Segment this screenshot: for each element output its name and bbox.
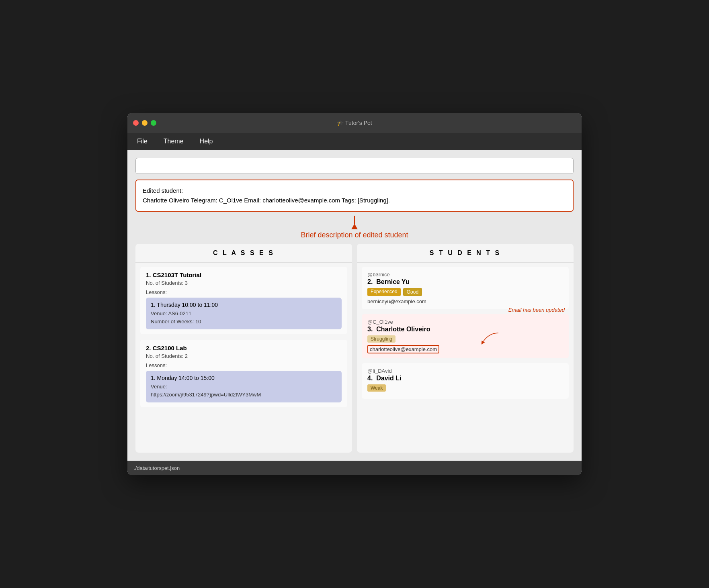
lesson-card-1-1: 1. Thursday 10:00 to 11:00 Venue: AS6-02… xyxy=(146,298,342,329)
student-tags-2: Struggling xyxy=(367,335,563,343)
result-line1: Edited student: xyxy=(143,186,566,196)
classes-body[interactable]: 1. CS2103T Tutorial No. of Students: 3 L… xyxy=(135,263,352,453)
class-students-1: No. of Students: 3 xyxy=(146,280,342,286)
menu-bar: File Theme Help xyxy=(127,133,582,150)
result-line2: Charlotte Oliveiro Telegram: C_Ol1ve Ema… xyxy=(143,196,566,205)
student-email-1: berniceyu@example.com xyxy=(367,298,563,304)
tag-good-1: Good xyxy=(403,288,422,296)
annotation-arrow xyxy=(476,331,500,347)
two-panel: C L A S S E S 1. CS2103T Tutorial No. of… xyxy=(135,244,574,453)
status-text: ./data/tutorspet.json xyxy=(134,465,180,471)
lesson-venue-url-2-1: https://zoom/j/95317249?)pwd=Ulld2tWY3Mw… xyxy=(151,391,337,399)
students-body[interactable]: @b3rnice 2. Bernice Yu Experienced Good … xyxy=(357,263,574,453)
title-bar: 🎓 Tutor's Pet xyxy=(127,113,582,133)
app-window: 🎓 Tutor's Pet File Theme Help Edited stu… xyxy=(127,113,582,475)
class-card-2: 2. CS2100 Lab No. of Students: 2 Lessons… xyxy=(140,340,347,407)
maximize-button[interactable] xyxy=(151,120,156,126)
menu-theme[interactable]: Theme xyxy=(160,136,187,147)
class-name-2: CS2100 Lab xyxy=(153,345,187,351)
email-updated-annotation: Email has been updated xyxy=(508,307,565,313)
student-handle-3: @li_DAvid xyxy=(367,368,563,374)
student-tags-3: Weak xyxy=(367,384,563,392)
arrow-line xyxy=(354,216,355,224)
lesson-venue-1-1: Venue: AS6-0211 xyxy=(151,310,337,318)
student-name-1: 2. Bernice Yu xyxy=(367,278,563,286)
annotation-area: Brief description of edited student xyxy=(135,216,574,237)
student-handle-2: @C_Ol1ve xyxy=(367,319,563,325)
result-box: Edited student: Charlotte Oliveiro Teleg… xyxy=(135,180,574,212)
email-highlighted-2: charlotteolive@example.com xyxy=(367,345,439,353)
traffic-lights xyxy=(133,120,156,126)
classes-header: C L A S S E S xyxy=(135,244,352,263)
menu-file[interactable]: File xyxy=(134,136,151,147)
tag-experienced-1: Experienced xyxy=(367,288,401,296)
student-email-2: charlotteolive@example.com xyxy=(367,345,563,353)
lessons-label-1: Lessons: xyxy=(146,289,342,295)
window-title: 🎓 Tutor's Pet xyxy=(337,120,372,126)
status-bar: ./data/tutorspet.json xyxy=(127,461,582,475)
tag-weak-3: Weak xyxy=(367,384,386,392)
students-header: S T U D E N T S xyxy=(357,244,574,263)
lesson-card-2-1: 1. Monday 14:00 to 15:00 Venue: https://… xyxy=(146,371,342,402)
lessons-label-2: Lessons: xyxy=(146,362,342,368)
class-name-1: CS2103T Tutorial xyxy=(153,272,201,278)
student-handle-1: @b3rnice xyxy=(367,272,563,278)
class-card-1: 1. CS2103T Tutorial No. of Students: 3 L… xyxy=(140,267,347,334)
class-title-2: 2. CS2100 Lab xyxy=(146,345,342,351)
student-card-2: Email has been updated @C_Ol1ve 3. xyxy=(362,314,569,358)
close-button[interactable] xyxy=(133,120,139,126)
student-name-3: 4. David Li xyxy=(367,375,563,382)
minimize-button[interactable] xyxy=(142,120,148,126)
lesson-schedule-1-1: 1. Thursday 10:00 to 11:00 xyxy=(151,302,337,308)
classes-panel: C L A S S E S 1. CS2103T Tutorial No. of… xyxy=(135,244,352,453)
lesson-weeks-1-1: Number of Weeks: 10 xyxy=(151,318,337,326)
command-input[interactable] xyxy=(135,158,574,174)
menu-help[interactable]: Help xyxy=(197,136,216,147)
tag-struggling-2: Struggling xyxy=(367,335,395,343)
student-card-3: @li_DAvid 4. David Li Weak xyxy=(362,363,569,399)
arrow-up-icon xyxy=(351,224,358,229)
student-card-1: @b3rnice 2. Bernice Yu Experienced Good … xyxy=(362,267,569,309)
student-tags-1: Experienced Good xyxy=(367,288,563,296)
class-index-1: 1. xyxy=(146,272,151,278)
class-title-1: 1. CS2103T Tutorial xyxy=(146,272,342,278)
lesson-schedule-2-1: 1. Monday 14:00 to 15:00 xyxy=(151,375,337,381)
students-panel: S T U D E N T S @b3rnice 2. Bernice Yu E… xyxy=(357,244,574,453)
content-area: Edited student: Charlotte Oliveiro Teleg… xyxy=(127,150,582,461)
annotation-text: Brief description of edited student xyxy=(301,231,408,239)
lesson-venue-2-1: Venue: xyxy=(151,383,337,391)
class-index-2: 2. xyxy=(146,345,151,351)
class-students-2: No. of Students: 2 xyxy=(146,353,342,359)
student-name-2: 3. Charlotte Oliveiro xyxy=(367,326,563,333)
